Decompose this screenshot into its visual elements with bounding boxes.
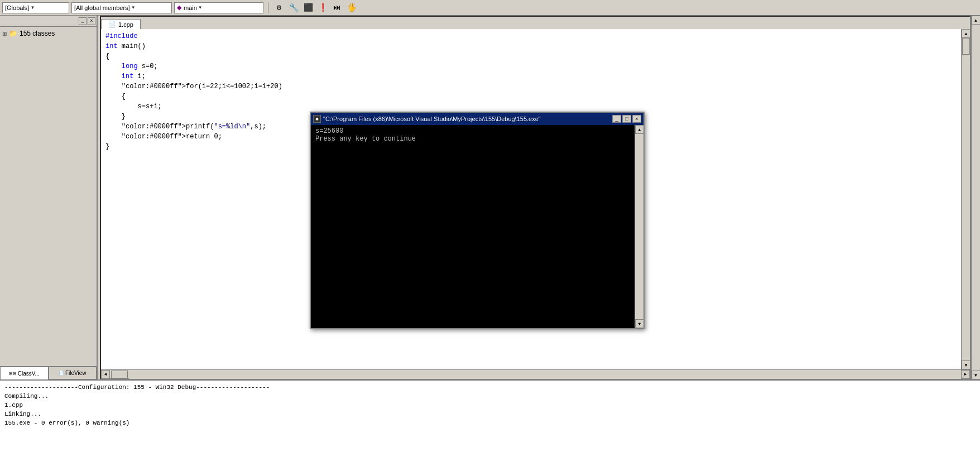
func-arrow-icon: ▼ (198, 5, 203, 10)
main-vscrollbar[interactable]: ▲ ▼ (971, 16, 980, 379)
hscroll-left-btn[interactable]: ◄ (101, 370, 110, 379)
vscroll-down-btn[interactable]: ▼ (962, 360, 970, 369)
func-dot-icon: ◆ (177, 4, 181, 11)
members-dropdown[interactable]: [All global members] ▼ (71, 2, 172, 13)
code-line: "color:#0000ff">for(i=22;i<=1002;i=i+20) (105, 81, 957, 92)
main-vscroll-down-btn[interactable]: ▼ (972, 371, 981, 379)
vscroll-up-btn[interactable]: ▲ (962, 29, 970, 38)
tab-fileview[interactable]: 📄 FileView (49, 367, 97, 379)
fileview-label: FileView (65, 370, 87, 376)
next-btn[interactable]: ⏭ (331, 2, 343, 14)
globals-dropdown[interactable]: [Globals] ▼ (2, 2, 69, 13)
console-vscroll-up-btn[interactable]: ▲ (635, 125, 644, 134)
classview-label: ClassV... (18, 371, 40, 377)
console-output-line1: s=25600 (315, 127, 630, 135)
hscroll-thumb[interactable] (111, 371, 128, 378)
editor-hscrollbar: ◄ ► (101, 369, 970, 378)
tab-classview[interactable]: ⊞⊟ ClassV... (0, 367, 49, 379)
members-arrow-icon: ▼ (131, 5, 136, 10)
console-title-bar: ■ "C:\Program Files (x86)\Microsoft Visu… (311, 113, 643, 125)
console-vscroll-track (635, 134, 643, 319)
run-btn[interactable]: 🖐 (345, 2, 358, 14)
code-line: s=s+i; (105, 102, 957, 112)
console-minimize-btn[interactable]: _ (612, 115, 621, 123)
sidebar-minimize-btn[interactable]: _ (79, 17, 87, 25)
output-line: Linking... (4, 410, 976, 419)
sidebar: _ × ⊞ 📁 155 classes ⊞⊟ ClassV... 📄 FileV… (0, 16, 98, 379)
error-btn[interactable]: ❗ (316, 2, 329, 14)
sidebar-close-btn[interactable]: × (88, 17, 95, 25)
hscroll-track (129, 370, 961, 379)
func-label: main (184, 4, 197, 11)
code-line: #include (105, 31, 957, 41)
tree-expand-icon: ⊞ (2, 31, 7, 37)
toolbar-separator (268, 2, 268, 13)
vscroll-thumb[interactable] (962, 38, 970, 55)
tab-filename: 1.cpp (118, 21, 133, 28)
editor-tab-1cpp[interactable]: 📄 1.cpp (101, 19, 141, 29)
console-vscroll-down-btn[interactable]: ▼ (635, 319, 644, 328)
vscroll-track (962, 55, 970, 360)
console-content: s=25600 Press any key to continue (311, 125, 635, 328)
console-app-icon: ■ (313, 115, 321, 123)
code-line: { (105, 92, 957, 102)
toolbar: [Globals] ▼ [All global members] ▼ ◆ mai… (0, 0, 980, 16)
sidebar-tree: ⊞ 📁 155 classes (0, 27, 97, 366)
func-dropdown[interactable]: ◆ main ▼ (174, 2, 263, 13)
globals-label: [Globals] (5, 4, 29, 11)
console-output-line2: Press any key to continue (315, 135, 630, 143)
output-line: 155.exe - 0 error(s), 0 warning(s) (4, 419, 976, 427)
code-line: int i; (105, 71, 957, 81)
members-label: [All global members] (74, 4, 130, 11)
tree-item-label: 155 classes (20, 30, 55, 37)
build-btn[interactable]: ⚙ (273, 2, 285, 14)
stop-btn[interactable]: ⬛ (302, 2, 314, 14)
output-line: Compiling... (4, 392, 976, 401)
compile-btn[interactable]: 🔧 (287, 2, 300, 14)
code-line: { (105, 51, 957, 61)
console-close-btn[interactable]: × (632, 115, 641, 123)
console-window[interactable]: ■ "C:\Program Files (x86)\Microsoft Visu… (310, 112, 645, 329)
output-panel: --------------------Configuration: 155 -… (0, 379, 980, 452)
sidebar-header: _ × (0, 16, 97, 27)
console-title-buttons: _ □ × (612, 115, 641, 123)
sidebar-tabs: ⊞⊟ ClassV... 📄 FileView (0, 366, 97, 379)
classview-icon: ⊞⊟ (9, 371, 17, 376)
hscroll-right-btn[interactable]: ► (961, 370, 970, 379)
code-line: int main() (105, 41, 957, 51)
code-line: long s=0; (105, 61, 957, 71)
output-line: --------------------Configuration: 155 -… (4, 383, 976, 392)
file-icon: 📄 (108, 21, 116, 28)
main-vscroll-up-btn[interactable]: ▲ (972, 16, 981, 25)
editor-vscrollbar[interactable]: ▲ ▼ (961, 29, 970, 369)
editor-tab-bar: 📄 1.cpp (101, 17, 970, 29)
output-container: --------------------Configuration: 155 -… (4, 383, 976, 427)
console-title-left: ■ "C:\Program Files (x86)\Microsoft Visu… (313, 115, 541, 123)
console-title-text: "C:\Program Files (x86)\Microsoft Visual… (323, 116, 541, 122)
output-line: 1.cpp (4, 401, 976, 410)
console-maximize-btn[interactable]: □ (622, 115, 631, 123)
fileview-icon: 📄 (59, 371, 64, 376)
tree-item-classes[interactable]: ⊞ 📁 155 classes (2, 29, 94, 38)
console-body: s=25600 Press any key to continue ▲ ▼ (311, 125, 643, 328)
globals-arrow-icon: ▼ (30, 5, 35, 10)
folder-icon: 📁 (9, 30, 17, 37)
console-vscrollbar[interactable]: ▲ ▼ (635, 125, 643, 328)
